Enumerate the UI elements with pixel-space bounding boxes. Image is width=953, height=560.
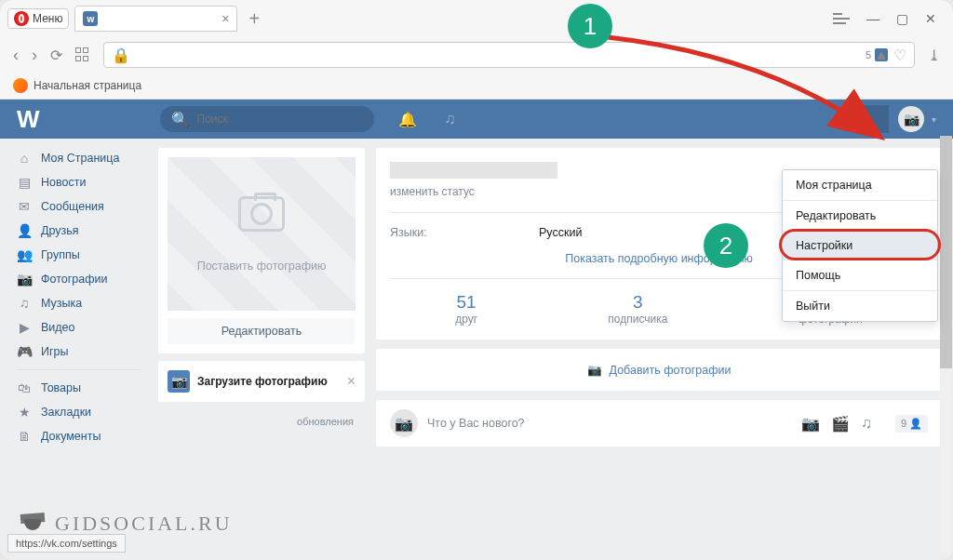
download-icon[interactable]: ⤓ [928, 47, 940, 64]
scrollbar-thumb[interactable] [940, 136, 952, 368]
sidebar-item-video[interactable]: ▶Видео [0, 315, 158, 340]
sidebar-item-news[interactable]: ▤Новости [0, 170, 158, 194]
sidebar-item-docs[interactable]: 🗎Документы [0, 424, 158, 448]
forward-button[interactable]: › [32, 46, 37, 65]
photo-card: Поставить фотографию Редактировать [158, 148, 365, 353]
friend-icon: 👤 [17, 223, 32, 238]
upload-label: Загрузите фотографию [197, 375, 340, 388]
compose-placeholder: Что у Вас нового? [427, 417, 792, 430]
dd-my-page[interactable]: Моя страница [783, 170, 937, 200]
sidebar-item-games[interactable]: 🎮Игры [0, 340, 158, 364]
compose-badge[interactable]: 9👤 [895, 415, 928, 433]
browser-menu-button[interactable]: Меню [7, 8, 69, 29]
change-status-link[interactable]: изменить статус [390, 185, 475, 198]
games-icon: 🎮 [17, 344, 32, 359]
sidebar-item-shop[interactable]: 🛍Товары [0, 376, 158, 400]
lang-value: Русский [539, 226, 582, 239]
search-box[interactable]: 🔍 [160, 106, 374, 132]
bookmark-label[interactable]: Начальная страница [34, 79, 141, 92]
music-side-icon: ♫ [17, 296, 32, 311]
sidebar-separator [17, 369, 141, 370]
sidebar-item-messages[interactable]: ✉Сообщения [0, 194, 158, 219]
home-icon: ⌂ [17, 151, 32, 166]
watermark: GIDSOCIAL.RU [13, 512, 233, 536]
dd-logout[interactable]: Выйти [783, 291, 937, 321]
photo-column: Поставить фотографию Редактировать 📷 Заг… [158, 139, 365, 560]
header-icons: 🔔 ♫ [398, 111, 456, 128]
firefox-icon [13, 78, 28, 93]
reload-button[interactable]: ⟳ [50, 47, 62, 64]
message-icon: ✉ [17, 199, 32, 214]
stat-followers[interactable]: 3подписчика [608, 292, 667, 326]
attach-video-icon[interactable]: 🎬 [831, 415, 850, 433]
new-tab-button[interactable]: + [243, 8, 265, 30]
maximize-icon[interactable]: ▢ [896, 11, 908, 26]
edit-button[interactable]: Редактировать [168, 318, 356, 344]
profile-dropdown: Моя страница Редактировать Настройки Пом… [782, 169, 938, 322]
lang-label: Языки: [390, 226, 539, 239]
heart-icon[interactable]: ♡ [893, 47, 906, 64]
avatar-icon: 📷 [898, 106, 924, 132]
arrow-1 [603, 28, 892, 149]
lock-icon: 🔒 [112, 47, 130, 64]
close-window-icon[interactable]: ✕ [925, 11, 936, 26]
upload-close-icon[interactable]: × [347, 373, 356, 390]
menu-label: Меню [33, 12, 62, 25]
camera-icon [238, 196, 285, 232]
compose-icons: 📷 🎬 ♫ [801, 415, 872, 433]
search-input[interactable] [197, 113, 337, 126]
callout-1: 1 [568, 4, 612, 48]
shop-icon: 🛍 [17, 380, 32, 395]
bookmark-icon: ★ [17, 405, 32, 420]
minimize-icon[interactable]: — [866, 11, 879, 26]
attach-music-icon[interactable]: ♫ [861, 415, 872, 433]
upload-camera-icon: 📷 [168, 370, 190, 393]
tab-close-icon[interactable]: × [221, 11, 229, 26]
search-icon: 🔍 [171, 111, 190, 128]
sidebar-item-page[interactable]: ⌂Моя Страница [0, 146, 158, 170]
updates-link[interactable]: обновления [158, 402, 365, 441]
dd-edit[interactable]: Редактировать [783, 201, 937, 231]
notifications-icon[interactable]: 🔔 [398, 111, 417, 128]
window-controls: — ▢ ✕ [833, 11, 946, 26]
stat-friends[interactable]: 51друг [455, 292, 477, 326]
grad-cap-icon [13, 513, 52, 534]
chevron-down-icon: ▾ [932, 114, 936, 125]
vk-favicon-icon: w [83, 11, 98, 26]
compose-card[interactable]: 📷 Что у Вас нового? 📷 🎬 ♫ 9👤 [376, 400, 942, 447]
vk-logo[interactable]: W [17, 105, 39, 134]
browser-tab[interactable]: w × [74, 6, 237, 32]
sidebar-item-bookmarks[interactable]: ★Закладки [0, 400, 158, 424]
add-photos-card[interactable]: 📷 Добавить фотографии [376, 349, 942, 391]
opera-icon [14, 11, 29, 26]
upload-card[interactable]: 📷 Загрузите фотографию × [158, 361, 365, 402]
callout-2: 2 [704, 223, 748, 268]
sidebar: ⌂Моя Страница ▤Новости ✉Сообщения 👤Друзь… [0, 139, 158, 560]
add-photos-label: Добавить фотографии [610, 364, 732, 377]
group-icon: 👥 [17, 247, 32, 262]
profile-name-placeholder [390, 162, 557, 179]
photo-placeholder[interactable]: Поставить фотографию [168, 157, 356, 311]
attach-photo-icon[interactable]: 📷 [801, 415, 820, 433]
music-icon[interactable]: ♫ [445, 111, 456, 128]
docs-icon: 🗎 [17, 429, 32, 444]
compose-avatar-icon: 📷 [390, 409, 418, 437]
sidebar-item-photos[interactable]: 📷Фотографии [0, 267, 158, 291]
status-bar: https://vk.com/settings [7, 534, 126, 553]
sidebar-item-music[interactable]: ♫Музыка [0, 291, 158, 315]
sidebar-item-groups[interactable]: 👥Группы [0, 243, 158, 267]
back-button[interactable]: ‹ [13, 46, 19, 65]
person-icon: 👤 [909, 418, 922, 430]
photo-icon: 📷 [17, 272, 32, 287]
speed-dial-button[interactable] [75, 47, 90, 62]
video-icon: ▶ [17, 320, 32, 335]
sidebar-item-friends[interactable]: 👤Друзья [0, 219, 158, 243]
camera-small-icon: 📷 [587, 363, 602, 377]
dd-settings[interactable]: Настройки [783, 231, 937, 260]
set-photo-label: Поставить фотографию [197, 260, 327, 273]
news-icon: ▤ [17, 175, 32, 190]
dd-help[interactable]: Помощь [783, 260, 937, 290]
